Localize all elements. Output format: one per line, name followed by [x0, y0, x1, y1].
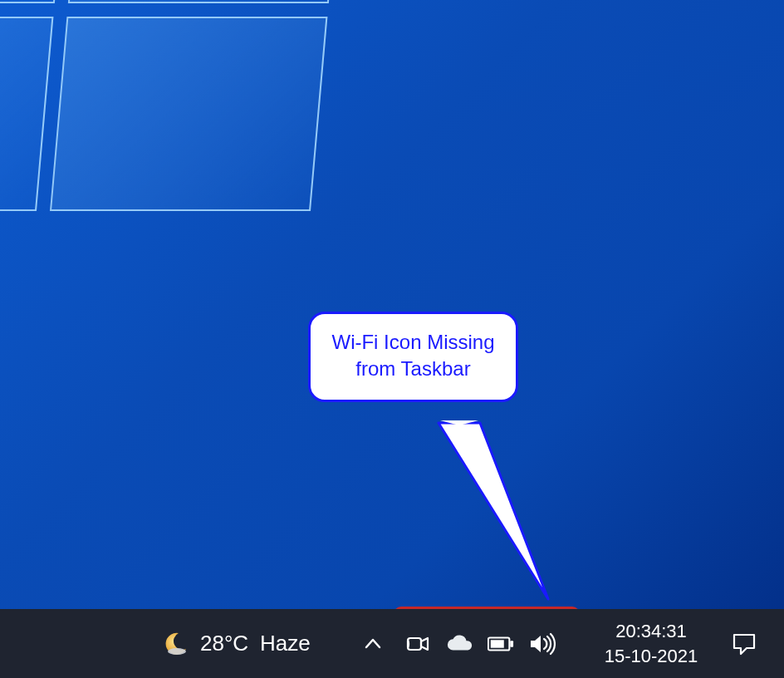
- svg-rect-5: [491, 640, 504, 647]
- weather-widget[interactable]: 28°C Haze: [162, 609, 311, 678]
- weather-temperature: 28°C: [200, 631, 248, 656]
- clock-date: 15-10-2021: [605, 644, 698, 669]
- desktop-wallpaper: Wi-Fi Icon Missing from Taskbar: [0, 0, 784, 609]
- onedrive-icon[interactable]: [446, 631, 473, 657]
- system-tray: [353, 609, 556, 678]
- battery-icon[interactable]: [488, 631, 514, 657]
- clock-time: 20:34:31: [615, 619, 687, 644]
- notification-icon: [732, 631, 757, 656]
- taskbar: 28°C Haze: [0, 609, 784, 678]
- clock-button[interactable]: 20:34:31 15-10-2021: [590, 609, 713, 678]
- annotation-callout-tail: [432, 418, 565, 609]
- svg-marker-0: [439, 423, 548, 599]
- svg-rect-6: [510, 641, 513, 647]
- weather-moon-icon: [162, 631, 189, 657]
- tray-overflow-button[interactable]: [353, 609, 393, 678]
- annotation-callout: Wi-Fi Icon Missing from Taskbar: [308, 312, 518, 402]
- weather-condition: Haze: [260, 631, 311, 656]
- svg-point-2: [168, 648, 186, 655]
- action-center-button[interactable]: [721, 609, 767, 678]
- annotation-text: Wi-Fi Icon Missing from Taskbar: [319, 329, 507, 383]
- svg-rect-3: [408, 638, 421, 650]
- meet-now-icon[interactable]: [404, 631, 431, 657]
- windows-logo-icon: [0, 0, 350, 216]
- volume-icon[interactable]: [529, 631, 556, 657]
- chevron-up-icon: [364, 635, 382, 653]
